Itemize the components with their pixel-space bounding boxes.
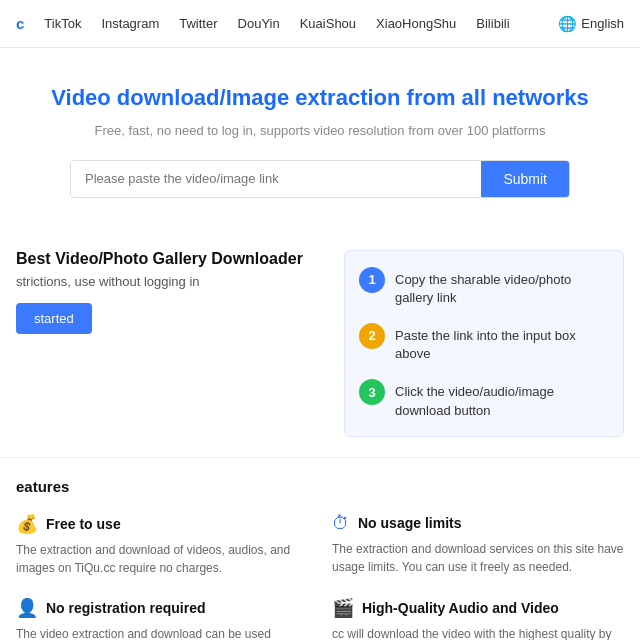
language-label: English (581, 16, 624, 31)
user-icon: 👤 (16, 597, 38, 619)
steps-box: 1 Copy the sharable video/photo gallery … (344, 250, 624, 437)
hero-section: Video download/Image extraction from all… (0, 48, 640, 226)
step-3-text: Click the video/audio/image download but… (395, 379, 609, 419)
nav-item-twitter[interactable]: Twitter (179, 16, 217, 31)
feature-noreg-title: No registration required (46, 600, 205, 616)
feature-free-header: 💰 Free to use (16, 513, 308, 535)
nav-item-kuaishou[interactable]: KuaiShou (300, 16, 356, 31)
step-1-text: Copy the sharable video/photo gallery li… (395, 267, 609, 307)
feature-hq-title: High-Quality Audio and Video (362, 600, 559, 616)
step-2-number: 2 (359, 323, 385, 349)
clock-icon: ⏱ (332, 513, 350, 534)
downloader-subtitle: strictions, use without logging in (16, 274, 324, 289)
hero-title: Video download/Image extraction from all… (20, 84, 620, 113)
feature-noreg-header: 👤 No registration required (16, 597, 308, 619)
video-icon: 🎬 (332, 597, 354, 619)
features-grid: 💰 Free to use The extraction and downloa… (16, 513, 624, 640)
steps-column: 1 Copy the sharable video/photo gallery … (344, 250, 624, 437)
nav-item-instagram[interactable]: Instagram (101, 16, 159, 31)
feature-hq-header: 🎬 High-Quality Audio and Video (332, 597, 624, 619)
features-title: eatures (16, 478, 624, 495)
feature-nolimits-title: No usage limits (358, 515, 461, 531)
feature-free: 💰 Free to use The extraction and downloa… (16, 513, 308, 577)
feature-hq-desc: cc will download the video with the high… (332, 625, 624, 640)
main-content: Best Video/Photo Gallery Downloader stri… (0, 226, 640, 457)
search-input[interactable] (71, 161, 481, 197)
feature-hq: 🎬 High-Quality Audio and Video cc will d… (332, 597, 624, 640)
globe-icon: 🌐 (558, 15, 577, 33)
nav-item-bilibili[interactable]: Bilibili (476, 16, 509, 31)
step-1-number: 1 (359, 267, 385, 293)
nav-item-tiktok[interactable]: TikTok (44, 16, 81, 31)
features-section: eatures 💰 Free to use The extraction and… (0, 457, 640, 640)
feature-free-title: Free to use (46, 516, 121, 532)
feature-nolimits-desc: The extraction and download services on … (332, 540, 624, 576)
step-1: 1 Copy the sharable video/photo gallery … (359, 267, 609, 307)
language-selector[interactable]: 🌐 English (558, 15, 624, 33)
feature-nolimits: ⏱ No usage limits The extraction and dow… (332, 513, 624, 577)
submit-button[interactable]: Submit (481, 161, 569, 197)
step-3-number: 3 (359, 379, 385, 405)
step-3: 3 Click the video/audio/image download b… (359, 379, 609, 419)
feature-noreg: 👤 No registration required The video ext… (16, 597, 308, 640)
feature-nolimits-header: ⏱ No usage limits (332, 513, 624, 534)
get-started-button[interactable]: started (16, 303, 92, 334)
feature-noreg-desc: The video extraction and download can be… (16, 625, 308, 640)
nav-item-xiaohongshu[interactable]: XiaoHongShu (376, 16, 456, 31)
feature-free-desc: The extraction and download of videos, a… (16, 541, 308, 577)
downloader-title: Best Video/Photo Gallery Downloader (16, 250, 324, 268)
step-2-text: Paste the link into the input box above (395, 323, 609, 363)
left-column: Best Video/Photo Gallery Downloader stri… (16, 250, 324, 437)
step-2: 2 Paste the link into the input box abov… (359, 323, 609, 363)
hero-subtitle: Free, fast, no need to log in, supports … (20, 123, 620, 138)
navigation: c TikTok Instagram Twitter DouYin KuaiSh… (0, 0, 640, 48)
nav-item-douyin[interactable]: DouYin (238, 16, 280, 31)
free-icon: 💰 (16, 513, 38, 535)
nav-logo[interactable]: c (16, 15, 24, 32)
search-bar: Submit (70, 160, 570, 198)
